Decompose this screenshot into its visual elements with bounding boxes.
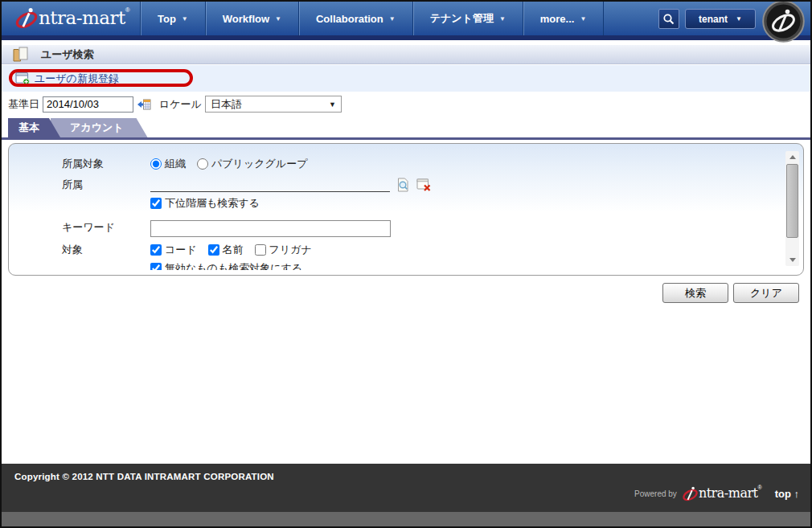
- new-window-plus-icon: [15, 72, 31, 85]
- panel-scrollbar[interactable]: [785, 151, 799, 266]
- nav-item-label: テナント管理: [430, 11, 494, 26]
- name-label: 名前: [208, 243, 244, 257]
- affiliation-search-button[interactable]: [396, 178, 410, 192]
- nav-item-top[interactable]: Top ▼: [140, 2, 205, 35]
- affiliation-clear-button[interactable]: [416, 178, 432, 191]
- chevron-down-icon: ▼: [182, 15, 188, 23]
- calendar-icon: [137, 98, 151, 111]
- code-checkbox[interactable]: [150, 244, 162, 256]
- triangle-down-icon: [789, 258, 796, 262]
- intra-mart-badge-button[interactable]: [762, 0, 805, 46]
- sub-hierarchy-label: 下位階層も検索する: [150, 196, 260, 211]
- nav-item-label: more...: [540, 13, 575, 25]
- scroll-down-button[interactable]: [785, 254, 799, 266]
- intra-mart-logo[interactable]: ntra-mart ®: [14, 6, 130, 30]
- nav-bottom-strip: [2, 35, 810, 40]
- folder-document-icon: [13, 47, 29, 62]
- nav-menu: Top ▼ Workflow ▼ Collaboration ▼ テナント管理 …: [140, 2, 604, 35]
- sub-hierarchy-checkbox[interactable]: [150, 198, 162, 209]
- name-checkbox[interactable]: [208, 244, 219, 256]
- copyright-text: Copyright © 2012 NTT DATA INTRAMART CORP…: [14, 472, 274, 481]
- scrollbar-thumb[interactable]: [786, 164, 798, 238]
- intra-mart-badge-icon: [762, 0, 805, 43]
- global-search-button[interactable]: [658, 9, 679, 29]
- calendar-picker-button[interactable]: [137, 98, 151, 111]
- keyword-label: キーワード: [62, 220, 115, 235]
- chevron-down-icon: ▼: [329, 100, 336, 108]
- radio-public-group-text: パブリックグループ: [211, 157, 307, 171]
- kana-text: フリガナ: [269, 243, 312, 257]
- radio-org-label: 組織: [150, 157, 186, 171]
- nav-item-label: Top: [158, 13, 176, 25]
- locale-selected-value: 日本語: [211, 97, 242, 112]
- nav-item-workflow[interactable]: Workflow ▼: [205, 2, 298, 35]
- footer-right-cluster: Powered by ntra-mart ® top ↑: [634, 485, 799, 502]
- code-label: コード: [150, 243, 197, 257]
- panel-scroll-viewport: 所属対象 組織 パブリックグループ 所属: [10, 145, 782, 270]
- search-condition-panel: 所属対象 組織 パブリックグループ 所属: [8, 143, 804, 276]
- intra-mart-i-icon: [14, 6, 39, 30]
- include-invalid-text: 無効なものも検索対象にする: [165, 261, 302, 270]
- base-date-label: 基準日: [8, 97, 39, 112]
- keyword-input[interactable]: [150, 220, 391, 237]
- tab-account[interactable]: アカウント: [51, 118, 148, 137]
- footer: Copyright © 2012 NTT DATA INTRAMART CORP…: [2, 464, 810, 512]
- brand-registered-mark: ®: [125, 6, 130, 14]
- scroll-up-button[interactable]: [785, 151, 799, 163]
- locale-select[interactable]: 日本語 ▼: [205, 96, 342, 113]
- search-button[interactable]: 検索: [662, 283, 728, 303]
- search-icon: [662, 13, 675, 26]
- tenant-label: tenant: [699, 14, 728, 25]
- triangle-up-icon: [789, 155, 796, 159]
- kana-label: フリガナ: [255, 243, 312, 257]
- chevron-down-icon: ▼: [275, 15, 281, 23]
- global-nav: ntra-mart ® Top ▼ Workflow ▼ Collaborati…: [2, 2, 810, 35]
- org-radio[interactable]: [150, 158, 162, 170]
- document-search-icon: [396, 178, 410, 192]
- affiliation-target-label: 所属対象: [62, 157, 104, 171]
- new-user-register-link[interactable]: ユーザの新規登録: [35, 72, 119, 86]
- footer-brand-text: ntra-mart: [699, 485, 758, 502]
- nav-item-collaboration[interactable]: Collaboration ▼: [298, 2, 412, 35]
- affiliation-input[interactable]: [150, 178, 390, 192]
- locale-label: ロケール: [159, 97, 202, 112]
- radio-org-text: 組織: [165, 157, 186, 171]
- intra-mart-i-icon: [682, 485, 699, 502]
- clear-red-x-icon: [416, 178, 432, 191]
- sub-hierarchy-text: 下位階層も検索する: [165, 196, 260, 211]
- nav-item-label: Workflow: [223, 13, 269, 25]
- nav-item-more[interactable]: more... ▼: [523, 2, 605, 35]
- nav-item-label: Collaboration: [316, 13, 383, 25]
- back-to-top-link[interactable]: top ↑: [775, 488, 799, 500]
- chevron-down-icon: ▼: [736, 15, 742, 23]
- affiliation-label: 所属: [62, 178, 83, 192]
- target-label: 対象: [62, 243, 83, 257]
- page-title-bar: ユーザ検索: [2, 45, 810, 64]
- radio-public-group-label: パブリックグループ: [197, 157, 307, 171]
- action-button-row: 検索 クリア: [662, 283, 799, 303]
- chevron-down-icon: ▼: [580, 15, 586, 23]
- tab-bar: 基本 アカウント: [8, 118, 148, 137]
- footer-intra-mart-logo[interactable]: ntra-mart ®: [682, 485, 762, 502]
- powered-by-text: Powered by: [634, 489, 677, 498]
- nav-item-tenant-admin[interactable]: テナント管理 ▼: [412, 2, 523, 35]
- base-date-input[interactable]: [43, 96, 133, 113]
- page-title: ユーザ検索: [41, 47, 94, 62]
- app-window: ntra-mart ® Top ▼ Workflow ▼ Collaborati…: [0, 0, 812, 528]
- base-date-row: 基準日 ロケール 日本語 ▼: [2, 92, 810, 117]
- chevron-down-icon: ▼: [389, 15, 396, 23]
- public-group-radio[interactable]: [197, 158, 208, 170]
- toolbar-row: ユーザの新規登録: [2, 65, 810, 92]
- brand-text: ntra-mart: [39, 6, 125, 30]
- include-invalid-label: 無効なものも検索対象にする: [150, 261, 302, 270]
- include-invalid-checkbox[interactable]: [150, 263, 162, 270]
- chevron-down-icon: ▼: [499, 15, 506, 23]
- tenant-dropdown[interactable]: tenant ▼: [685, 9, 756, 29]
- code-text: コード: [165, 243, 197, 257]
- name-text: 名前: [223, 243, 244, 257]
- kana-checkbox[interactable]: [255, 244, 266, 256]
- clear-button[interactable]: クリア: [733, 283, 799, 303]
- footer-bottom-strip: [2, 512, 810, 526]
- tab-underline: [2, 137, 810, 140]
- footer-brand-registered-mark: ®: [758, 485, 762, 490]
